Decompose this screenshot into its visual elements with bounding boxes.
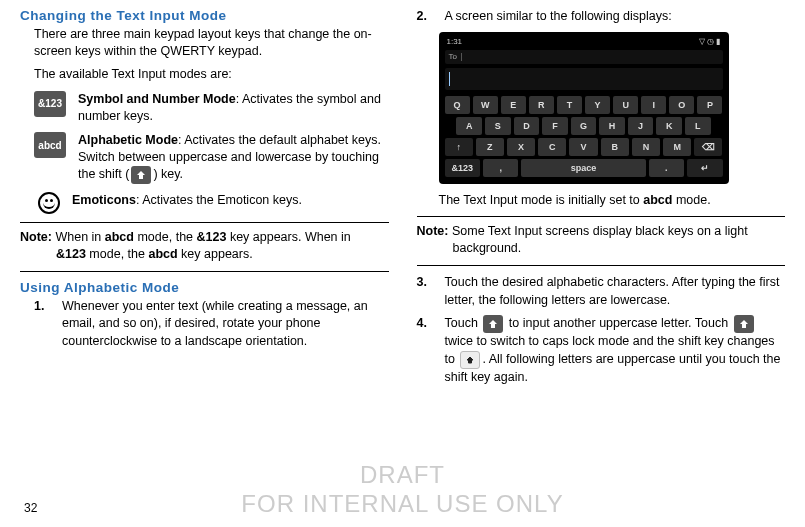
step-2-num: 2. — [417, 8, 435, 26]
step-3: 3. Touch the desired alphabetic characte… — [417, 274, 786, 309]
divider — [20, 222, 389, 223]
symbol-mode-chip: &123 — [34, 91, 66, 117]
step-4-text: Touch to input another uppercase letter.… — [445, 315, 786, 386]
kb-key: O — [669, 96, 694, 114]
step-1-text: Whenever you enter text (while creating … — [62, 298, 389, 351]
step-4-num: 4. — [417, 315, 435, 386]
phone-status-bar: 1:31 ▽ ◷ ▮ — [445, 38, 723, 50]
kb-key: U — [613, 96, 638, 114]
kb-key: D — [514, 117, 540, 135]
text-cursor — [449, 72, 450, 86]
kb-key: K — [656, 117, 682, 135]
mode-symbol-text: Symbol and Number Mode: Activates the sy… — [78, 91, 389, 125]
mode-emoticon-desc: : Activates the Emoticon keys. — [136, 193, 302, 207]
step-1: 1. Whenever you enter text (while creati… — [34, 298, 389, 351]
to-label: To — [449, 52, 457, 61]
kb-key: space — [521, 159, 645, 177]
kb-key: L — [685, 117, 711, 135]
kb-key: X — [507, 138, 535, 156]
kb-key: E — [501, 96, 526, 114]
right-column: 2. A screen similar to the following dis… — [417, 8, 786, 527]
note-label: Note: — [20, 230, 52, 244]
note-left-text: When in abcd mode, the &123 key appears.… — [55, 230, 350, 261]
alpha-mode-chip: abcd — [34, 132, 66, 158]
mode-alpha-desc-b: ) key. — [153, 167, 183, 181]
phone-keyboard-mock: 1:31 ▽ ◷ ▮ To QWERTYUIOP ASDFGHJKL ↑ZXCV… — [439, 32, 729, 184]
step-3-num: 3. — [417, 274, 435, 309]
status-time: 1:31 — [447, 37, 463, 46]
kb-key: W — [473, 96, 498, 114]
steps-right-cont: 3. Touch the desired alphabetic characte… — [417, 274, 786, 386]
kb-key: Q — [445, 96, 470, 114]
kb-key: F — [542, 117, 568, 135]
page: Changing the Text Input Mode There are t… — [0, 0, 805, 527]
kb-key: G — [571, 117, 597, 135]
mode-emoticon-label: Emoticons — [72, 193, 136, 207]
mode-alpha-text: Alphabetic Mode: Activates the default a… — [78, 132, 389, 184]
kb-key: C — [538, 138, 566, 156]
step-1-num: 1. — [34, 298, 52, 351]
steps-left: 1. Whenever you enter text (while creati… — [34, 298, 389, 351]
kb-row-3: ↑ZXCVBNM⌫ — [445, 138, 723, 156]
mode-symbol-row: &123 Symbol and Number Mode: Activates t… — [34, 91, 389, 125]
kb-caption-c: mode. — [672, 193, 710, 207]
emoticon-icon — [38, 192, 60, 214]
note-right: Note: Some Text Input screens display bl… — [417, 223, 786, 257]
note-left: Note: When in abcd mode, the &123 key ap… — [20, 229, 375, 263]
mode-emoticon-text: Emoticons: Activates the Emoticon keys. — [72, 192, 302, 209]
kb-caption: The Text Input mode is initially set to … — [439, 192, 786, 209]
kb-row-2: ASDFGHJKL — [445, 117, 723, 135]
kb-key: R — [529, 96, 554, 114]
kb-key: I — [641, 96, 666, 114]
note-right-label: Note: — [417, 224, 449, 238]
kb-key: , — [483, 159, 518, 177]
mode-symbol-label: Symbol and Number Mode — [78, 92, 236, 106]
mode-emoticon-row: Emoticons: Activates the Emoticon keys. — [34, 192, 389, 214]
shift-up-icon — [483, 315, 503, 333]
kb-key: Y — [585, 96, 610, 114]
kb-key: P — [697, 96, 722, 114]
heading-changing-mode: Changing the Text Input Mode — [20, 8, 389, 23]
step-3-text: Touch the desired alphabetic characters.… — [445, 274, 786, 309]
intro-para-2: The available Text Input modes are: — [34, 66, 389, 83]
steps-right: 2. A screen similar to the following dis… — [417, 8, 786, 26]
page-number: 32 — [24, 501, 37, 515]
divider — [417, 216, 786, 217]
kb-key: S — [485, 117, 511, 135]
kb-caption-a: The Text Input mode is initially set to — [439, 193, 644, 207]
kb-key: V — [569, 138, 597, 156]
kb-key: H — [599, 117, 625, 135]
status-icons: ▽ ◷ ▮ — [699, 37, 720, 46]
mode-alpha-label: Alphabetic Mode — [78, 133, 178, 147]
divider — [20, 271, 389, 272]
intro-para-1: There are three main keypad layout keys … — [34, 26, 389, 60]
left-column: Changing the Text Input Mode There are t… — [20, 8, 389, 527]
kb-key: ↵ — [687, 159, 722, 177]
kb-caption-b: abcd — [643, 193, 672, 207]
kb-row-1: QWERTYUIOP — [445, 96, 723, 114]
to-field-row: To — [445, 50, 723, 64]
shift-up-icon — [131, 166, 151, 184]
kb-key: A — [456, 117, 482, 135]
kb-key: B — [601, 138, 629, 156]
step-4: 4. Touch to input another uppercase lett… — [417, 315, 786, 386]
message-input-row — [445, 68, 723, 90]
step-4-a: Touch — [445, 316, 482, 330]
heading-using-alpha: Using Alphabetic Mode — [20, 280, 389, 295]
kb-key: T — [557, 96, 582, 114]
kb-key: J — [628, 117, 654, 135]
kb-key: ↑ — [445, 138, 473, 156]
mode-alpha-row: abcd Alphabetic Mode: Activates the defa… — [34, 132, 389, 184]
shift-up-icon — [734, 315, 754, 333]
step-2: 2. A screen similar to the following dis… — [417, 8, 786, 26]
kb-key: N — [632, 138, 660, 156]
kb-key: &123 — [445, 159, 480, 177]
kb-key: M — [663, 138, 691, 156]
note-right-text: Some Text Input screens display black ke… — [452, 224, 748, 255]
kb-key: Z — [476, 138, 504, 156]
shift-lock-icon — [460, 351, 480, 369]
step-4-d: . All following letters are uppercase un… — [445, 352, 781, 384]
step-2-text: A screen similar to the following displa… — [445, 8, 786, 26]
kb-key: . — [649, 159, 684, 177]
divider — [417, 265, 786, 266]
